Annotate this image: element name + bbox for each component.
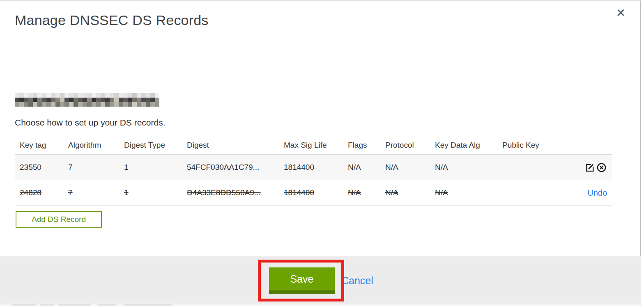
table-header-row: Key tag Algorithm Digest Type Digest Max… — [15, 136, 612, 154]
row-actions — [568, 162, 607, 173]
cell-protocol: N/A — [385, 188, 435, 197]
col-header-digest: Digest — [187, 141, 284, 150]
save-button[interactable]: Save — [269, 267, 335, 294]
col-header-key-data-alg: Key Data Alg — [435, 141, 502, 150]
table-row: 23550 7 1 54FCF030AA1C79... 1814400 N/A … — [15, 155, 612, 180]
page-behind-strip — [0, 304, 644, 306]
table-body: 23550 7 1 54FCF030AA1C79... 1814400 N/A … — [15, 154, 612, 206]
col-header-max-sig-life: Max Sig Life — [284, 141, 348, 150]
col-header-digest-type: Digest Type — [124, 141, 187, 150]
cell-digest: D4A33E8DD550A9... — [187, 188, 284, 197]
page-title: Manage DNSSEC DS Records — [15, 12, 209, 28]
col-header-protocol: Protocol — [385, 141, 435, 150]
cell-flags: N/A — [348, 163, 385, 172]
close-icon[interactable]: ✕ — [616, 7, 626, 19]
table-row-deleted: 24828 7 1 D4A33E8DD550A9... 1814400 N/A … — [15, 180, 612, 206]
add-ds-record-button[interactable]: Add DS Record — [16, 211, 102, 228]
cell-key-data-alg: N/A — [435, 163, 502, 172]
delete-record-icon[interactable] — [596, 162, 607, 173]
cell-max-sig-life: 1814400 — [284, 163, 348, 172]
cell-key-data-alg: N/A — [435, 188, 502, 197]
cell-key-tag: 23550 — [20, 163, 68, 172]
edit-record-icon[interactable] — [584, 162, 596, 173]
redacted-domain — [15, 93, 159, 107]
manage-dnssec-dialog: Manage DNSSEC DS Records ✕ Choose how to… — [0, 0, 644, 306]
cell-protocol: N/A — [385, 163, 435, 172]
col-header-key-tag: Key tag — [20, 141, 68, 150]
cell-digest-type: 1 — [124, 188, 187, 197]
modal-panel: Manage DNSSEC DS Records ✕ Choose how to… — [0, 0, 641, 303]
page-right-edge — [642, 0, 644, 306]
cell-digest-type: 1 — [124, 163, 187, 172]
col-header-flags: Flags — [348, 141, 385, 150]
cell-max-sig-life: 1814400 — [284, 188, 348, 197]
cell-algorithm: 7 — [68, 163, 124, 172]
cell-key-tag: 24828 — [20, 188, 68, 197]
instruction-text: Choose how to set up your DS records. — [15, 118, 166, 128]
cancel-link[interactable]: Cancel — [341, 275, 373, 287]
undo-link[interactable]: Undo — [587, 188, 607, 198]
row-actions: Undo — [568, 188, 607, 198]
ds-records-table: Key tag Algorithm Digest Type Digest Max… — [15, 136, 612, 206]
cell-algorithm: 7 — [68, 188, 124, 197]
cell-digest: 54FCF030AA1C79... — [187, 163, 284, 172]
col-header-public-key: Public Key — [502, 141, 568, 150]
col-header-algorithm: Algorithm — [68, 141, 124, 150]
cell-flags: N/A — [348, 188, 385, 197]
